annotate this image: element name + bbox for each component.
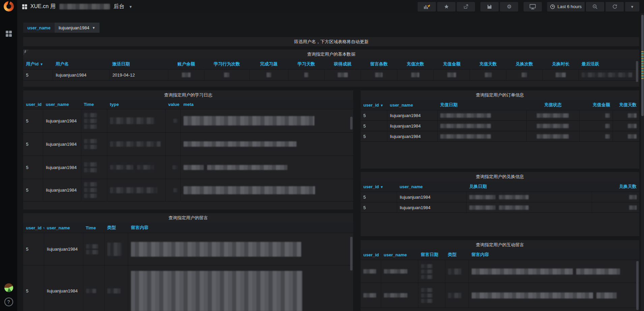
redacted-value [605,134,610,139]
refresh-interval-dropdown[interactable]: ▼ [625,2,639,11]
table-cell: liujuanjuan1984 [387,121,437,131]
column-header[interactable]: 用户id ▼ [23,59,53,69]
panel-title[interactable]: 查询指定用户的留言 [23,213,353,223]
table-cell [180,133,353,156]
sort-caret-icon: ▼ [40,62,43,66]
column-header[interactable]: type [107,100,165,109]
column-header[interactable]: user_id ▼ [361,181,397,192]
redacted-value [84,124,97,129]
save-button[interactable] [480,2,499,11]
panel-title[interactable]: 查询指定用户的兑换信息 [361,172,639,181]
column-header[interactable]: meta [180,100,353,109]
redacted-value [421,288,432,292]
panel-title[interactable]: 查询指定用户的互动留言 [361,240,639,250]
column-header[interactable]: 学习天数 [288,59,325,69]
column-header[interactable]: 获得成就 [325,59,361,69]
column-header[interactable]: 充值天数 [613,100,640,110]
refresh-button[interactable] [606,2,624,11]
time-range-picker[interactable]: Last 6 hours [547,2,585,11]
column-header[interactable]: 充值金额 [433,59,470,69]
column-header[interactable]: 账户余额 [168,59,204,69]
table-cell [180,156,353,179]
refresh-icon [612,4,617,9]
table-cell: 5 [23,265,44,311]
column-header[interactable]: user_id ▼ [361,250,381,260]
column-header[interactable]: user_id ▼ [361,100,387,110]
redacted-value [537,134,569,139]
column-header[interactable]: 兑换时长 [542,59,579,69]
column-header[interactable]: 充值金额 [579,100,613,110]
column-header[interactable]: 学习行为次数 [204,59,249,69]
redacted-value [605,124,610,128]
panel-title[interactable]: 查询指定用户的基本数据 [23,50,639,59]
share-button[interactable] [457,2,475,11]
panel-scrollbar[interactable] [636,61,638,82]
table-cell: 5 [361,110,387,121]
table-cell [180,179,353,201]
filter-value-dropdown[interactable]: liujuanjuan1984 ▼ [55,23,100,33]
panel-info-icon[interactable]: i [23,50,31,57]
column-header[interactable]: value [165,100,180,109]
user-avatar[interactable] [4,283,13,292]
chevron-down-icon: ▼ [631,5,634,9]
dashboards-grid-icon [5,30,12,37]
redacted-value [499,195,529,199]
column-header[interactable]: Time [81,100,107,109]
panel-scrollbar[interactable] [350,117,353,130]
table-row: 5liujuanjuan1984 [361,121,639,131]
table-cell: liujuanjuan1984 [43,156,81,179]
column-header[interactable]: user_id ▼ [23,223,44,233]
column-header[interactable]: 完成习题 [249,59,288,69]
filter-label: user_name [23,23,55,33]
column-header[interactable]: Time [83,223,105,233]
add-panel-button[interactable] [418,2,436,11]
settings-button[interactable]: ⚙ [500,2,518,11]
star-button[interactable] [437,2,455,11]
sidebar-item-dashboards[interactable] [5,30,12,38]
redacted-value [472,268,573,275]
table-row: 5liujuanjuan1984 [23,179,353,201]
zoom-out-button[interactable] [586,2,604,11]
table-cell [83,265,105,311]
column-header[interactable]: 激活日期 [110,59,168,69]
column-header[interactable]: user_name [44,223,83,233]
dashboard-title[interactable]: XUE.cn 用后台 ▼ [22,3,133,10]
help-icon[interactable]: ? [4,298,13,306]
column-header[interactable]: 类型 [105,223,128,233]
zoom-out-icon [592,4,598,9]
panel-title[interactable]: 查询指定用户的学习日志 [23,90,353,100]
page-scrollbar-thumb[interactable] [641,15,644,116]
column-header[interactable]: user_name [387,100,437,110]
column-header[interactable]: user_name [397,181,467,192]
column-header[interactable]: 留言条数 [361,59,397,69]
column-header[interactable]: 留言日期 [418,250,445,260]
panel-scrollbar[interactable] [636,261,639,310]
column-header[interactable]: 类型 [445,250,469,260]
column-header[interactable]: 留言内容 [128,223,353,233]
column-header[interactable]: 充值状态 [526,100,579,110]
cycle-view-button[interactable] [524,2,542,11]
column-header[interactable]: 兑换天数 [592,181,639,192]
column-header[interactable]: user_name [381,250,418,260]
column-header[interactable]: 最后活跃 [579,59,639,69]
table-cell [107,109,165,133]
column-header[interactable]: user_id ▼ [23,100,43,109]
redacted-value [304,73,308,77]
star-icon [444,4,449,9]
column-header[interactable]: 充值天数 [470,59,506,69]
panel-title[interactable]: 查询指定用户的订单信息 [361,90,639,100]
column-header[interactable]: 充值日期 [437,100,526,110]
column-header[interactable]: 兑换日期 [467,181,592,192]
sort-caret-icon: ▼ [43,103,43,107]
redacted-value [628,134,637,139]
table-cell [397,69,433,81]
column-header[interactable]: 留言内容 [469,250,639,260]
column-header[interactable]: 兑换次数 [506,59,542,69]
panel-scrollbar[interactable] [350,237,353,271]
column-header[interactable]: 用户名 [53,59,110,69]
grafana-logo-icon[interactable] [4,1,14,11]
column-header[interactable]: 充值次数 [397,59,433,69]
table-cell: liujuanjuan1984 [397,202,467,213]
column-header[interactable]: user_name [43,100,81,109]
note-text: 筛选用户名，下方区域表格将自动更新 [294,39,369,45]
